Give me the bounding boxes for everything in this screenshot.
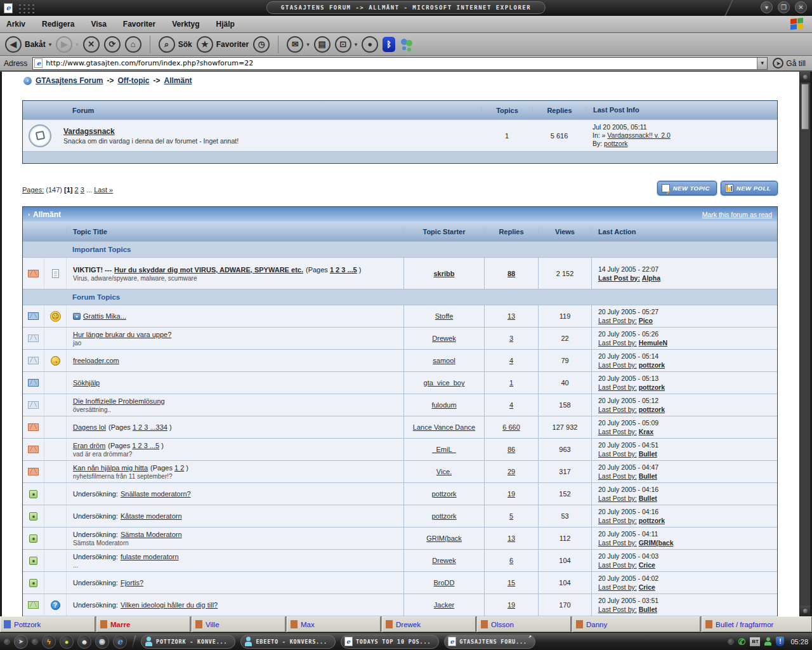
menu-item-hjalp[interactable]: Hjälp bbox=[216, 20, 235, 29]
go-button[interactable]: ➤ Gå till bbox=[768, 58, 812, 69]
last-post-by-link[interactable]: Last Post by: bbox=[598, 339, 637, 347]
messenger-button[interactable]: ● bbox=[362, 36, 378, 53]
topic-link[interactable]: Snällaste moderatorn? bbox=[121, 489, 191, 498]
topic-link[interactable]: Eran dröm bbox=[73, 441, 105, 450]
winamp-quicklaunch-icon[interactable]: ϟ bbox=[42, 635, 56, 649]
taskbar-button-gtasajtens-foru-[interactable]: eGTASAJTENS FORU... bbox=[444, 635, 535, 649]
last-page-link[interactable]: Last » bbox=[94, 186, 113, 194]
forward-button[interactable]: ▶▾ bbox=[56, 36, 79, 53]
topic-link[interactable]: Grattis Mika... bbox=[83, 312, 126, 321]
favorites-button[interactable]: ★ Favoriter bbox=[197, 36, 249, 53]
last-post-author-link[interactable]: pottzork bbox=[639, 517, 665, 524]
topic-starter-link[interactable]: GRIM(back bbox=[426, 534, 462, 542]
topic-replies-link[interactable]: 5 bbox=[509, 512, 513, 520]
home-button[interactable]: ⌂ bbox=[125, 36, 141, 53]
last-post-author-link[interactable]: Bullet bbox=[639, 494, 657, 502]
topic-starter-link[interactable]: Lance Vance Dance bbox=[413, 423, 475, 431]
last-post-by-link[interactable]: Last Post by: bbox=[598, 406, 637, 413]
topic-starter-link[interactable]: pottzork bbox=[431, 490, 456, 498]
contact-button-max[interactable]: Max bbox=[287, 616, 381, 632]
topic-replies-link[interactable]: 4 bbox=[509, 357, 513, 364]
scroll-down-button[interactable] bbox=[800, 606, 810, 616]
topic-replies-link[interactable]: 29 bbox=[508, 468, 515, 475]
last-post-by-link[interactable]: Last Post by: bbox=[598, 494, 637, 502]
last-post-by-link[interactable]: Last Post by: bbox=[598, 317, 637, 324]
menu-item-favoriter[interactable]: Favoriter bbox=[123, 20, 155, 29]
taskbar-button-todays-top-10-pos-[interactable]: eTODAYS TOP 10 POS... bbox=[341, 635, 439, 649]
start-button[interactable]: ➤ bbox=[14, 635, 28, 649]
last-post-author-link[interactable]: Alpha bbox=[642, 274, 660, 282]
last-post-by-link[interactable]: Last Post by: bbox=[598, 361, 637, 369]
topic-starter-link[interactable]: Drewek bbox=[432, 335, 455, 342]
last-post-author-link[interactable]: HemuleN bbox=[639, 339, 668, 347]
last-post-by-link[interactable]: Last Post by: bbox=[598, 517, 637, 524]
breadcrumb-allmant-link[interactable]: Allmänt bbox=[164, 76, 192, 85]
menu-item-verktyg[interactable]: Verktyg bbox=[172, 20, 199, 29]
last-post-author-link[interactable]: pottzork bbox=[639, 361, 665, 369]
menu-item-arkiv[interactable]: Arkiv bbox=[6, 20, 25, 29]
last-post-topic-link[interactable]: Vardagssnack!! v. 2.0 bbox=[607, 131, 670, 139]
last-post-by-link[interactable]: Last Post by: bbox=[598, 606, 637, 613]
contact-button-olsson[interactable]: Olsson bbox=[477, 616, 571, 632]
topic-starter-link[interactable]: Stoffe bbox=[435, 312, 454, 320]
fullscreen-button[interactable]: ⊡▾ bbox=[335, 36, 358, 53]
topic-page-links[interactable]: 1 2 bbox=[174, 464, 184, 472]
steam-quicklaunch-icon[interactable]: ◉ bbox=[95, 635, 109, 649]
topic-replies-link[interactable]: 15 bbox=[508, 579, 515, 587]
close-button[interactable]: ✕ bbox=[795, 1, 807, 13]
taskbar-button-ebeeto-konvers-[interactable]: EBEETO - KONVERS... bbox=[240, 635, 335, 649]
search-button[interactable]: ⌕ Sök bbox=[159, 36, 192, 53]
contact-button-drewek[interactable]: Drewek bbox=[382, 616, 476, 632]
media-quicklaunch-icon[interactable]: ● bbox=[60, 635, 74, 649]
last-post-by-link[interactable]: Last Post by: bbox=[598, 561, 637, 569]
topic-link[interactable]: Sökhjälp bbox=[73, 378, 100, 387]
topic-starter-link[interactable]: Jacker bbox=[434, 601, 454, 609]
last-post-author-link[interactable]: pottzork bbox=[639, 406, 665, 413]
stop-button[interactable]: ✕ bbox=[83, 36, 100, 53]
msn-messenger-icon[interactable] bbox=[400, 37, 415, 52]
topic-starter-link[interactable]: pottzork bbox=[431, 512, 456, 520]
topic-link[interactable]: Kåtaste moderatorn bbox=[121, 512, 182, 521]
alert-tray-icon[interactable]: ! bbox=[776, 637, 784, 646]
topic-starter-link[interactable]: gta_vice_boy bbox=[424, 379, 465, 387]
topic-starter-link[interactable]: _EmiL_ bbox=[432, 446, 455, 453]
topic-replies-link[interactable]: 4 bbox=[509, 401, 513, 409]
topic-replies-link[interactable]: 13 bbox=[508, 312, 515, 320]
topic-link[interactable]: Sämsta Moderatorn bbox=[121, 530, 182, 539]
menu-item-visa[interactable]: Visa bbox=[91, 20, 106, 29]
scrollbar-thumb[interactable] bbox=[801, 84, 809, 129]
jump-to-post-icon[interactable]: ▾ bbox=[73, 313, 81, 320]
new-topic-button[interactable]: NEW TOPIC bbox=[657, 181, 717, 196]
last-post-author-link[interactable]: pottzork bbox=[639, 383, 665, 391]
taskbar-dot-button[interactable] bbox=[4, 639, 10, 645]
topic-starter-link[interactable]: fulodum bbox=[431, 401, 456, 409]
address-dropdown-button[interactable]: ▼ bbox=[757, 58, 767, 69]
topic-link[interactable]: Hur länge brukar du vara uppe? bbox=[73, 330, 171, 339]
bluetooth-icon[interactable]: ᛒ bbox=[383, 37, 395, 52]
topic-starter-link[interactable]: skribb bbox=[433, 270, 454, 277]
last-post-author-link[interactable]: Krax bbox=[639, 428, 653, 435]
topic-link[interactable]: fulaste moderatorn bbox=[121, 552, 179, 561]
tray-collapse-button[interactable] bbox=[728, 639, 734, 645]
topic-starter-link[interactable]: BroDD bbox=[433, 579, 454, 587]
topic-link[interactable]: Kan nån hjälpa mig hitta bbox=[73, 463, 148, 472]
forum-link[interactable]: Vardagssnack bbox=[63, 127, 115, 136]
last-post-by-link[interactable]: Last Post by: bbox=[598, 428, 637, 435]
topic-link[interactable]: Hur du skyddar dig mot VIRUS, ADWARE, SP… bbox=[114, 265, 303, 274]
menu-item-redigera[interactable]: Redigera bbox=[42, 20, 74, 29]
topic-replies-link[interactable]: 1 bbox=[509, 379, 513, 387]
topic-link[interactable]: Vilken ideologi håller du dig till? bbox=[121, 600, 218, 609]
mark-forum-read-link[interactable]: Mark this forum as read bbox=[702, 211, 772, 218]
pages-link[interactable]: Pages: bbox=[22, 186, 44, 194]
last-post-author-link[interactable]: Bullet bbox=[639, 606, 657, 613]
contact-button-danny[interactable]: Danny bbox=[572, 616, 700, 632]
topic-link[interactable]: Fjortis? bbox=[121, 578, 143, 587]
msn-tray-icon[interactable] bbox=[764, 637, 771, 646]
scroll-up-button[interactable] bbox=[800, 72, 810, 83]
page-2-link[interactable]: 2 bbox=[75, 186, 79, 194]
last-post-by-link[interactable]: Last Post by: bbox=[598, 472, 637, 480]
taskbar-dot-button-2[interactable] bbox=[32, 639, 38, 645]
contact-button-bullet-fragfarmor[interactable]: Bullet / fragfarmor bbox=[702, 616, 812, 632]
last-post-by-link[interactable]: Last Post by: bbox=[598, 274, 640, 282]
breadcrumb-forum-link[interactable]: GTAsajtens Forum bbox=[36, 76, 103, 85]
